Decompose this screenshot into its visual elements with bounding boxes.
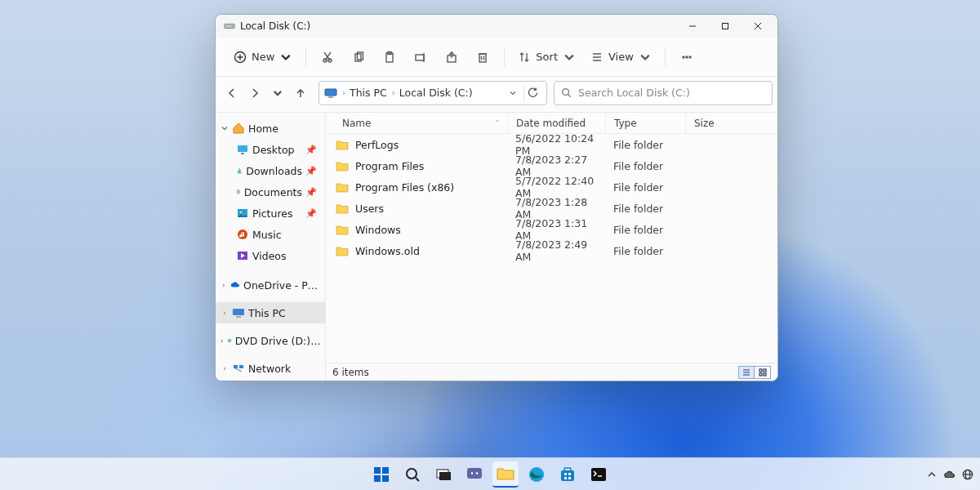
file-type: File folder <box>605 245 685 257</box>
cloud-icon <box>230 278 240 292</box>
status-bar: 6 items <box>326 363 777 381</box>
column-name[interactable]: Name˄ <box>326 113 507 133</box>
refresh-button[interactable] <box>523 84 541 102</box>
task-view-button[interactable] <box>430 461 457 488</box>
paste-button[interactable] <box>375 44 404 70</box>
cut-button[interactable] <box>313 44 342 70</box>
table-row[interactable]: Windows.old7/8/2023 2:49 AMFile folder <box>326 240 777 261</box>
pc-icon <box>232 306 245 319</box>
delete-button[interactable] <box>468 44 497 70</box>
copy-button[interactable] <box>344 44 373 70</box>
svg-rect-20 <box>479 54 486 62</box>
table-row[interactable]: Users7/8/2023 1:28 AMFile folder <box>326 198 777 219</box>
sidebar-label: Downloads <box>246 165 302 177</box>
column-headers: Name˄ Date modified Type Size <box>326 113 777 134</box>
window-title: Local Disk (C:) <box>240 20 310 32</box>
address-dropdown[interactable] <box>506 86 520 100</box>
sidebar-item-pictures[interactable]: Pictures📌 <box>216 203 325 224</box>
titlebar[interactable]: Local Disk (C:) <box>216 15 777 38</box>
minimize-button[interactable] <box>676 15 709 38</box>
file-name: Program Files <box>355 160 424 172</box>
tray-overflow-icon[interactable] <box>926 469 938 480</box>
sort-indicator: ˄ <box>496 119 500 127</box>
folder-icon <box>336 139 349 150</box>
taskbar-store[interactable] <box>555 461 581 488</box>
sidebar-label: Home <box>248 122 278 135</box>
up-button[interactable] <box>289 80 312 106</box>
maximize-button[interactable] <box>709 15 742 38</box>
sidebar-label: Documents <box>244 186 302 198</box>
expand-icon[interactable]: › <box>220 336 224 345</box>
sort-button[interactable]: Sort <box>511 44 582 70</box>
sidebar-onedrive[interactable]: › OneDrive - Personal <box>216 274 325 296</box>
sidebar-label: Videos <box>252 250 287 262</box>
expand-icon[interactable]: › <box>220 281 227 289</box>
sidebar-dvd[interactable]: › DVD Drive (D:) CCCOMA_X64FRE_EN-US_DV9 <box>216 330 325 351</box>
chevron-down-icon <box>279 51 292 64</box>
search-icon <box>561 87 572 98</box>
sidebar-item-videos[interactable]: Videos <box>216 245 325 266</box>
svg-rect-82 <box>591 468 606 481</box>
svg-rect-76 <box>561 470 574 481</box>
details-view-button[interactable] <box>738 366 755 379</box>
rename-button[interactable] <box>406 44 435 70</box>
file-name: PerfLogs <box>355 139 399 151</box>
svg-rect-65 <box>382 467 389 474</box>
svg-rect-64 <box>374 467 381 474</box>
home-icon <box>232 122 245 135</box>
table-row[interactable]: Windows7/8/2023 1:31 AMFile folder <box>326 219 777 240</box>
recent-button[interactable] <box>266 80 289 106</box>
sidebar-label: Desktop <box>252 144 295 156</box>
sidebar-thispc[interactable]: › This PC <box>216 302 325 323</box>
chevron-down-icon <box>563 51 576 64</box>
sidebar-item-documents[interactable]: Documents📌 <box>216 181 325 203</box>
sidebar-label: Pictures <box>252 207 293 220</box>
start-button[interactable] <box>368 461 394 488</box>
address-bar[interactable]: ›This PC ›Local Disk (C:) <box>318 81 547 105</box>
sidebar-home[interactable]: Home <box>216 118 325 139</box>
pin-icon: 📌 <box>305 187 317 198</box>
more-button[interactable] <box>672 44 702 70</box>
column-type[interactable]: Type <box>605 113 685 133</box>
folder-icon <box>336 245 349 256</box>
system-tray[interactable] <box>926 469 973 480</box>
column-date[interactable]: Date modified <box>507 113 605 133</box>
taskbar-terminal[interactable] <box>586 461 612 488</box>
breadcrumb-item[interactable]: This PC <box>350 87 387 99</box>
svg-point-30 <box>686 56 688 58</box>
toolbar: New Sort View <box>216 38 777 77</box>
svg-rect-66 <box>374 475 381 482</box>
sidebar-item-downloads[interactable]: Downloads📌 <box>216 160 325 181</box>
sidebar-item-music[interactable]: Music <box>216 224 325 245</box>
thumbnails-view-button[interactable] <box>755 366 771 379</box>
table-row[interactable]: Program Files7/8/2023 2:27 AMFile folder <box>326 155 777 176</box>
taskbar <box>0 457 980 490</box>
taskbar-explorer[interactable] <box>492 461 519 488</box>
forward-button[interactable] <box>243 80 266 106</box>
table-row[interactable]: PerfLogs5/6/2022 10:24 PMFile folder <box>326 134 777 155</box>
sidebar-network[interactable]: › Network <box>216 358 325 379</box>
onedrive-tray-icon[interactable] <box>944 469 956 480</box>
new-button[interactable]: New <box>227 44 299 70</box>
column-size[interactable]: Size <box>685 113 742 133</box>
search-placeholder: Search Local Disk (C:) <box>578 87 690 99</box>
taskbar-chat[interactable] <box>461 461 488 488</box>
expand-icon[interactable]: › <box>220 364 229 372</box>
breadcrumb-item[interactable]: Local Disk (C:) <box>399 87 473 99</box>
collapse-icon[interactable] <box>220 124 229 132</box>
view-button[interactable]: View <box>584 44 658 70</box>
table-row[interactable]: Program Files (x86)5/7/2022 12:40 AMFile… <box>326 176 777 198</box>
folder-icon <box>336 224 349 235</box>
svg-rect-71 <box>439 472 451 480</box>
svg-rect-37 <box>238 145 247 152</box>
back-button[interactable] <box>220 80 243 106</box>
sidebar-item-desktop[interactable]: Desktop📌 <box>216 139 325 160</box>
network-icon <box>232 362 245 375</box>
expand-icon[interactable]: › <box>220 309 229 317</box>
close-button[interactable] <box>742 15 774 38</box>
search-button[interactable] <box>399 461 425 488</box>
network-tray-icon[interactable] <box>962 469 973 480</box>
search-input[interactable]: Search Local Disk (C:) <box>554 81 773 105</box>
taskbar-edge[interactable] <box>523 461 550 488</box>
share-button[interactable] <box>437 44 466 70</box>
